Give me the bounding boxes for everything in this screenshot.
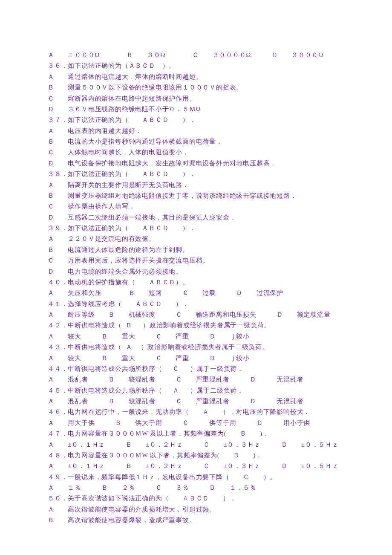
text-line: ４９．一般说来，频率每降低１Ｈｚ，发电设备出力要下降（ Ｃ ）。 [48, 472, 344, 483]
document-page: Ａ １０００Ω Ｂ ３０Ω Ｃ ３００００Ω Ｄ ３０００Ω ３６．如下说法正确… [48, 50, 344, 526]
text-line: Ａ 隔离开关的主要作用是断开无负荷电路． [48, 180, 344, 191]
text-line: Ａ 用大于供 Ｂ 供大于用 Ｃ 供等于用 Ｄ 用小于供 [48, 418, 344, 428]
text-line: Ａ １０００Ω Ｂ ３０Ω Ｃ ３００００Ω Ｄ ３０００Ω [48, 50, 344, 61]
text-line: Ａ 电压表的内阻越大越好． [48, 126, 344, 136]
text-line: Ｃ 操作票由操作人填写． [48, 201, 344, 212]
text-line: Ｂ 高次谐波能使电容器爆裂，造成严重事故。 [48, 515, 344, 526]
text-line: ３９．如下说法正确的为（ ＡＢＣＤ ）． [48, 223, 344, 234]
text-line: Ａ 较大 Ｂ 重大 Ｃ 严重 Ｄ ｊ较小 [48, 331, 344, 342]
text-line: Ｂ 测量５００Ｖ以下设备的绝缘电阻该用１０００Ｖ的摇表。 [48, 82, 344, 93]
text-line: Ｄ 电力电缆的终端头金属外壳必须接地。 [48, 266, 344, 277]
text-line: ４５．中断供电将造成公共场所秩序（ Ａ ）属于二级负荷． [48, 385, 344, 396]
text-line: Ａ 耐压等级 Ｂ 机械强度 Ｃ 输送距离和电压损失 Ｄ 额定载流量 [48, 309, 344, 320]
text-line: Ａ 通过熔体的电流越大，熔体的熔断时间越短。 [48, 72, 344, 82]
text-line: Ｂ 测量变压器绕组对地绝缘电阻值接近于零，说明该绕组绝缘击穿或接地短路． [48, 191, 344, 201]
text-line: Ｃ 熔断器内的熔体在电路中起短路保护作用。 [48, 93, 344, 104]
text-line: Ｄ 互感器二次绕组必须一端接地，其目的是保证人身安全． [48, 212, 344, 223]
text-line: Ａ ２２０Ｖ是交流电的有效值。 [48, 234, 344, 244]
text-line: ３７．如下说法正确的为（ ＡＢＣＤ ）． [48, 115, 344, 125]
text-line: ４４．中断供电将造成公共场所秩序（ Ｃ ）属于一级负荷． [48, 364, 344, 374]
text-line: Ａ 混乱者 Ｂ 较混乱者 Ｃ 严重混乱者 Ｄ 无混乱者 [48, 396, 344, 407]
text-line: Ａ 失压和欠压 Ｂ 短路 Ｃ 过载 Ｄ 过流保护 [48, 288, 344, 298]
text-line: Ａ 混乱者 Ｂ 较混乱者 Ｃ 严重混乱者 Ｄ 无混乱者 [48, 374, 344, 385]
text-line: ５０．关于高次谐波如下说法正确的为（ ＡＢＣＤ ）． [48, 493, 344, 504]
text-line: Ａ 较大 Ｂ 重大 Ｃ 严重 Ｄ ｊ较小 [48, 353, 344, 364]
text-line: Ｄ 电气设备保护接地电阻越大，发生故障时漏电设备外壳对地电压越高． [48, 158, 344, 169]
text-line: ４８．电力网容量在３０００ＭW 以下者，其频率偏差为( Ｂ )． [48, 450, 344, 461]
text-line: ４１．选择导线应考虑（ ＡＢＣＤ ）． [48, 299, 344, 309]
text-line: Ｃ 人体触电时间越长，人体的电阻值变小． [48, 147, 344, 158]
text-line: Ｂ 电流的大小是指每秒钟内通过导体横截面的电荷量． [48, 136, 344, 147]
text-line: ４２．中断供电将造成（ Ｂ ）政治影响着或经济损失者属于一级负荷。 [48, 320, 344, 331]
text-line: ４３．中断供电将造成（ Ａ ）政治影响着或经济损失者属于二级负荷。 [48, 342, 344, 353]
text-line: ３８．如下说法正确的为（ ＡＢＣＤ ）． [48, 169, 344, 179]
text-line: Ａ ±０．１Ｈｚ Ｂ ±０．２Ｈｚ Ｃ ±０．３Ｈｚ Ｄ ±０．５Ｈｚ [48, 439, 344, 450]
text-line: ４０．电动机的保护措施有（ ＡＢＣＤ）。 [48, 277, 344, 288]
text-line: Ｄ ３６Ｖ电压线路的绝缘电阻不小于０．５ＭΩ [48, 104, 344, 115]
text-line: Ａ １％ Ｂ ２％ Ｃ ３％ Ｄ １．５％ [48, 483, 344, 493]
text-line: Ｂ 电流通过人体最危险的途径为左手到脚。 [48, 245, 344, 255]
text-line: Ａ ±０．１Ｈｚ Ｂ ±０．２Ｈｚ Ｃ ±０．３Ｈｚ Ｄ ±０．５Ｈｚ [48, 461, 344, 471]
text-line: Ｃ 万用表用完后，应将选择开关拨在交流电压档。 [48, 255, 344, 266]
text-line: ４６．电力网在运行中，一般说来，无功功率（ Ａ ），对电压的下降影响较大． [48, 407, 344, 417]
text-line: Ａ 高次谐波能使电容器的介质损耗增大，引起过热。 [48, 504, 344, 515]
text-line: ４７．电力网容量在３０００ＭW 及以上者，其频率偏差为( Ｂ )． [48, 428, 344, 439]
text-line: ３６．如下说法正确的为（ＡＢＣＤ ）。 [48, 61, 344, 71]
